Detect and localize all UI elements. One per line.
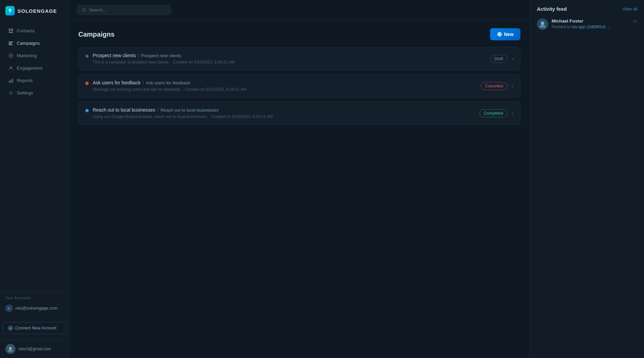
- svg-rect-1: [9, 32, 13, 33]
- campaign-description: Using our Google Business leads, reach o…: [93, 114, 208, 119]
- campaign-row[interactable]: Prospect new clients / Prospect new clie…: [78, 47, 520, 70]
- campaign-name: Reach out to local businesses: [161, 108, 219, 113]
- campaign-row[interactable]: Ask users for feedback / Ask users for f…: [78, 74, 520, 97]
- activity-avatar: [537, 18, 548, 30]
- connect-plus-icon: +: [8, 325, 13, 331]
- account-item: r reis@soloengage.com: [5, 303, 63, 314]
- sidebar-item-reports[interactable]: Reports: [3, 74, 66, 86]
- campaigns-area: Campaigns ⊕ New Prospect new clients / P…: [69, 20, 530, 358]
- activity-name-row: Michael Foster 1h: [552, 18, 637, 24]
- reports-label: Reports: [17, 78, 33, 83]
- activity-item: Michael Foster 1h Pushed to ios-app (2d8…: [537, 18, 637, 30]
- new-button-label: New: [504, 32, 514, 37]
- accounts-section: Your Accounts r reis@soloengage.com: [0, 291, 69, 318]
- activity-body: Michael Foster 1h Pushed to ios-app (2d8…: [552, 18, 637, 29]
- new-plus-icon: ⊕: [497, 31, 502, 37]
- activity-description: Pushed to ios-app (2d89f0c8 ...: [552, 25, 637, 29]
- account-avatar: r: [5, 305, 13, 312]
- campaign-created: Created on 5/10/2023, 9:34:21 AM: [173, 60, 234, 65]
- activity-time: 1h: [633, 19, 637, 23]
- svg-point-11: [9, 347, 12, 350]
- activity-repo-link[interactable]: ios-app (2d89f0c8 ...: [572, 25, 610, 29]
- svg-rect-2: [11, 29, 13, 31]
- campaign-parent-name: Prospect new clients: [93, 53, 136, 58]
- svg-point-10: [10, 92, 11, 93]
- campaign-description: Message our existing users and ask for f…: [93, 87, 181, 92]
- sidebar-item-contacts[interactable]: Contacts: [3, 25, 66, 37]
- campaigns-label: Campaigns: [17, 41, 40, 46]
- search-box[interactable]: [77, 5, 171, 15]
- status-badge: Draft: [490, 55, 508, 63]
- activity-header: Activity feed View all: [537, 6, 637, 12]
- campaign-name: Prospect new clients: [141, 53, 181, 58]
- svg-rect-7: [9, 81, 10, 83]
- svg-point-4: [10, 55, 11, 56]
- campaign-separator: /: [142, 80, 144, 85]
- status-badge: Completed: [479, 109, 508, 117]
- account-email: reis@soloengage.com: [15, 306, 57, 311]
- activity-panel: Activity feed View all Michael Foster 1h…: [530, 0, 644, 358]
- sidebar: SOLOENGAGE Contacts Campaigns: [0, 0, 69, 358]
- logo-icon: [5, 6, 15, 15]
- top-bar: [69, 0, 530, 20]
- campaign-info: Reach out to local businesses / Reach ou…: [93, 107, 479, 119]
- campaign-status-dot: [85, 82, 89, 85]
- view-all-link[interactable]: View all: [622, 6, 637, 11]
- campaign-parent-name: Reach out to local businesses: [93, 107, 155, 113]
- sidebar-item-marketing[interactable]: Marketing: [3, 49, 66, 62]
- campaign-status-dot: [85, 54, 89, 58]
- sidebar-item-settings[interactable]: Settings: [3, 87, 66, 99]
- bottom-user-email: reisr3@gmail.com: [18, 347, 51, 351]
- campaign-chevron-icon: ›: [512, 83, 513, 89]
- campaigns-header: Campaigns ⊕ New: [78, 28, 520, 40]
- campaign-right: Draft ›: [490, 55, 513, 63]
- campaign-info: Prospect new clients / Prospect new clie…: [93, 53, 490, 65]
- svg-point-14: [541, 22, 544, 25]
- marketing-label: Marketing: [17, 53, 37, 58]
- campaign-title-row: Ask users for feedback / Ask users for f…: [93, 80, 481, 85]
- campaign-title-row: Prospect new clients / Prospect new clie…: [93, 53, 490, 58]
- campaigns-icon: [8, 40, 13, 46]
- app-name: SOLOENGAGE: [17, 8, 57, 14]
- campaign-separator: /: [138, 53, 139, 58]
- connect-new-account-button[interactable]: + Connect New Account: [3, 322, 66, 334]
- logo-area: SOLOENGAGE: [0, 0, 69, 22]
- campaign-description: This is a campaign to prospect new clien…: [93, 60, 170, 65]
- campaign-meta: Message our existing users and ask for f…: [93, 87, 481, 92]
- search-input[interactable]: [89, 7, 166, 12]
- svg-rect-0: [9, 29, 10, 31]
- svg-rect-8: [10, 80, 11, 83]
- engagement-label: Engagement: [17, 66, 43, 71]
- marketing-icon: [8, 53, 13, 58]
- campaign-created: Created on 5/10/2023, 9:34:21 AM: [211, 114, 272, 119]
- campaign-meta: Using our Google Business leads, reach o…: [93, 114, 479, 119]
- campaign-separator: /: [157, 107, 159, 113]
- campaign-title-row: Reach out to local businesses / Reach ou…: [93, 107, 479, 113]
- campaign-meta: This is a campaign to prospect new clien…: [93, 60, 490, 65]
- contacts-label: Contacts: [17, 28, 35, 33]
- connect-button-label: Connect New Account: [15, 326, 56, 330]
- campaign-right: Cancelled ›: [481, 82, 513, 90]
- campaign-left: Prospect new clients / Prospect new clie…: [85, 53, 490, 65]
- new-campaign-button[interactable]: ⊕ New: [490, 28, 520, 40]
- sidebar-item-campaigns[interactable]: Campaigns: [3, 37, 66, 49]
- campaign-status-dot: [85, 109, 89, 112]
- main-content: Campaigns ⊕ New Prospect new clients / P…: [69, 0, 530, 358]
- campaign-info: Ask users for feedback / Ask users for f…: [93, 80, 481, 92]
- sidebar-item-engagement[interactable]: Engagement: [3, 62, 66, 74]
- campaign-chevron-icon: ›: [512, 56, 513, 62]
- svg-rect-9: [12, 79, 13, 83]
- main-nav: Contacts Campaigns Marketing: [0, 22, 69, 291]
- search-icon: [82, 8, 86, 12]
- settings-label: Settings: [17, 90, 33, 95]
- reports-icon: [8, 78, 13, 83]
- campaign-row[interactable]: Reach out to local businesses / Reach ou…: [78, 102, 520, 125]
- activity-feed-title: Activity feed: [537, 6, 567, 12]
- campaign-chevron-icon: ›: [512, 110, 513, 116]
- svg-line-13: [85, 11, 86, 12]
- campaign-created: Created on 5/10/2023, 9:34:21 AM: [185, 87, 246, 92]
- campaigns-title: Campaigns: [78, 31, 115, 38]
- settings-icon: [8, 90, 13, 95]
- svg-point-6: [10, 66, 12, 68]
- campaign-name: Ask users for feedback: [146, 80, 190, 85]
